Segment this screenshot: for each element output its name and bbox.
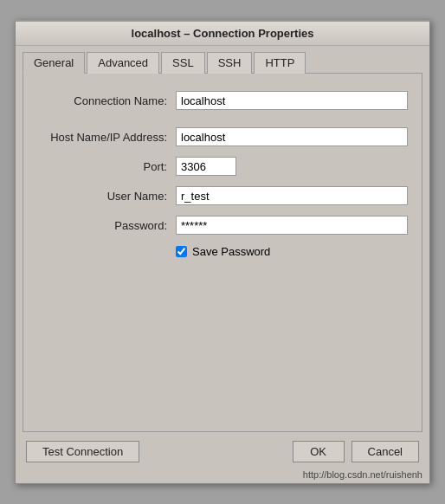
footer: Test Connection OK Cancel (16, 432, 429, 468)
username-input[interactable] (176, 186, 408, 205)
tabs-bar: General Advanced SSL SSH HTTP (16, 46, 429, 73)
cancel-button[interactable]: Cancel (351, 441, 419, 462)
password-input[interactable] (176, 216, 408, 235)
connection-name-label: Connection Name: (37, 94, 176, 107)
connection-name-row: Connection Name: (37, 91, 408, 110)
host-input[interactable] (176, 127, 408, 146)
status-bar: http://blog.csdn.net/ruishenh (16, 468, 429, 483)
save-password-label: Save Password (192, 245, 270, 258)
save-password-checkbox[interactable] (176, 246, 187, 257)
username-label: User Name: (37, 190, 176, 203)
window-title: localhost – Connection Properties (132, 27, 314, 40)
username-row: User Name: (37, 186, 408, 205)
port-row: Port: (37, 157, 408, 176)
port-label: Port: (37, 160, 176, 173)
connection-properties-window: localhost – Connection Properties Genera… (15, 20, 430, 484)
host-label: Host Name/IP Address: (37, 131, 176, 144)
test-connection-button[interactable]: Test Connection (26, 441, 139, 462)
host-row: Host Name/IP Address: (37, 127, 408, 146)
footer-right-buttons: OK Cancel (293, 441, 419, 462)
password-label: Password: (37, 219, 176, 232)
title-bar: localhost – Connection Properties (16, 22, 429, 46)
tab-ssl[interactable]: SSL (161, 52, 205, 74)
ok-button[interactable]: OK (293, 441, 345, 462)
tab-ssh[interactable]: SSH (207, 52, 253, 74)
password-row: Password: (37, 216, 408, 235)
content-spacer (37, 258, 408, 414)
connection-name-input[interactable] (176, 91, 408, 110)
save-password-row: Save Password (176, 245, 408, 258)
tab-general-content: Connection Name: Host Name/IP Address: P… (23, 73, 422, 432)
status-url: http://blog.csdn.net/ruishenh (303, 469, 422, 480)
port-input[interactable] (176, 157, 236, 176)
tab-http[interactable]: HTTP (254, 52, 306, 74)
tab-general[interactable]: General (23, 52, 85, 74)
tab-advanced[interactable]: Advanced (87, 52, 159, 74)
